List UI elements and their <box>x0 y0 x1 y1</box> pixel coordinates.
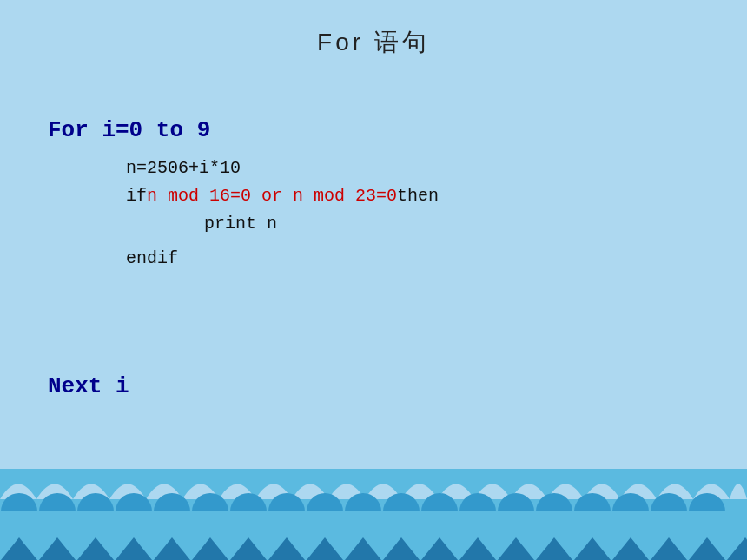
circle-top <box>689 493 725 511</box>
triangle-shape <box>154 537 190 560</box>
wave-circle-group <box>420 493 459 511</box>
triangle-shape <box>345 537 381 560</box>
triangle-shape <box>689 537 725 560</box>
wave-circle-group <box>573 493 611 511</box>
triangle-shape <box>230 537 267 560</box>
circle-top <box>268 493 305 511</box>
wave-circle-group <box>76 493 115 511</box>
wave-circle-group <box>306 493 344 511</box>
wave-circle-group <box>650 493 688 511</box>
triangle-shape <box>727 537 747 560</box>
wave-circle-group <box>382 493 420 511</box>
triangle-shape <box>192 537 228 560</box>
circle-top <box>307 493 343 511</box>
triangle-shape <box>307 537 343 560</box>
print-statement: print n <box>204 210 439 238</box>
circle-top <box>154 493 190 511</box>
circle-top <box>230 493 267 511</box>
endif-statement: endif <box>126 245 439 273</box>
wave-circle-group <box>38 493 76 511</box>
code-block: For i=0 to 9 n=2506+i*10 if n mod 16=0 o… <box>48 113 439 273</box>
triangle-shape <box>1 537 37 560</box>
if-statement: if n mod 16=0 or n mod 23=0 then <box>126 182 439 210</box>
triangle-shape <box>536 537 572 560</box>
triangle-shape <box>651 537 687 560</box>
triangle-shape <box>574 537 611 560</box>
wave-circle-group <box>115 493 153 511</box>
wave-circle-group <box>497 493 535 511</box>
circle-top <box>39 493 76 511</box>
triangle-shape <box>459 537 496 560</box>
circle-top <box>1 493 37 511</box>
circle-top <box>574 493 611 511</box>
wave-circle-group <box>268 493 306 511</box>
wave-circle-group <box>191 493 229 511</box>
triangle-shape <box>383 537 420 560</box>
triangle-shape <box>39 537 76 560</box>
wave-circle-group <box>229 493 268 511</box>
triangle-shape <box>612 537 649 560</box>
circle-top <box>383 493 420 511</box>
wave-circle-group <box>535 493 573 511</box>
circle-top <box>421 493 458 511</box>
circle-top <box>651 493 687 511</box>
triangle-shape <box>268 537 305 560</box>
for-statement: For i=0 to 9 <box>48 113 439 149</box>
wave-circles-row: // Generate circles dynamically const wa… <box>0 493 747 511</box>
wave-circle-group <box>153 493 191 511</box>
circle-top <box>192 493 228 511</box>
triangle-shape <box>498 537 534 560</box>
decorative-bottom: // Generate circles dynamically const wa… <box>0 469 747 560</box>
circle-top <box>498 493 534 511</box>
triangles-row: const triRow = document.querySelector('.… <box>0 537 747 560</box>
condition: n mod 16=0 or n mod 23=0 <box>147 182 397 210</box>
triangle-shape <box>77 537 114 560</box>
circle-top <box>536 493 572 511</box>
then-keyword: then <box>397 182 439 210</box>
circle-top <box>116 493 152 511</box>
next-statement: Next i <box>48 373 129 399</box>
n-assignment: n=2506+i*10 <box>126 155 439 182</box>
circle-top <box>345 493 381 511</box>
wave-circle-group <box>0 493 38 511</box>
wave-circle-group <box>688 493 726 511</box>
circle-top <box>459 493 496 511</box>
if-keyword: if <box>126 182 147 210</box>
triangle-shape <box>116 537 152 560</box>
circle-top <box>77 493 114 511</box>
wave-circle-group <box>611 493 650 511</box>
main-content-area: For 语句 For i=0 to 9 n=2506+i*10 if n mod… <box>0 0 747 469</box>
triangle-shape <box>421 537 458 560</box>
page-title: For 语句 <box>0 0 747 59</box>
circle-top <box>612 493 649 511</box>
wave-circle-group <box>459 493 497 511</box>
wave-circle-group <box>344 493 382 511</box>
